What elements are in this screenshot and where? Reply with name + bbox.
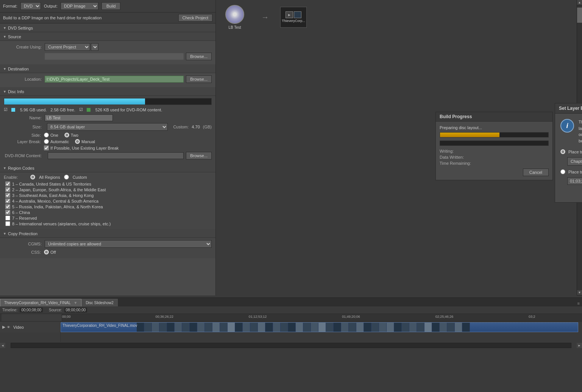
h-scroll-track[interactable] (11, 343, 571, 348)
layer-break-row: Layer Break: Automatic Manual (4, 139, 212, 144)
chapter-option-radio[interactable] (560, 149, 565, 154)
layer-manual-label: Manual (81, 139, 95, 144)
video-track-eye[interactable]: 👁 (7, 325, 10, 329)
source-label: Source: (49, 308, 62, 312)
scroll-right-arrow[interactable]: ► (577, 343, 582, 348)
source-path-input[interactable] (45, 53, 184, 60)
tab1-close[interactable]: ▼ (73, 301, 77, 305)
timecode-input[interactable] (567, 177, 582, 185)
timeline-tab-2[interactable]: Disc Slideshow2 (81, 299, 117, 306)
scroll-down-arrow[interactable]: ▼ (577, 290, 582, 295)
build-progress-bar-2 (440, 141, 549, 146)
side-two-radio[interactable] (64, 133, 69, 137)
disc-info-section: ☑ 5.96 GB used. 2.58 GB free. ☑ 526 KB u… (0, 96, 215, 164)
ruler-mark-0: 00;00 (62, 315, 71, 319)
all-regions-label: All Regions (39, 175, 60, 180)
scroll-thumb[interactable] (577, 8, 582, 23)
build-desc-bar: Build to a DDP Image on the hard drive f… (0, 12, 215, 23)
create-using-dropdown[interactable]: Current Project (45, 43, 90, 51)
output-label: Output: (44, 4, 58, 8)
time-remaining-label: Time Remaining: (440, 161, 471, 166)
build-cancel-button[interactable]: Cancel (523, 169, 549, 176)
build-progress-dialog: Build Progress Preparing disc layout... … (435, 112, 553, 180)
disc-info-section-title: ▼ Disc Info (0, 87, 215, 96)
if-possible-checkbox[interactable] (44, 145, 49, 150)
region-checkbox-7[interactable] (5, 216, 10, 220)
timeline-panel-menu[interactable]: ≡ (575, 300, 582, 306)
region-item-6: 6 – China (5, 210, 212, 215)
timecode-option-radio[interactable] (560, 169, 565, 174)
create-using-sub-dropdown[interactable] (91, 43, 98, 51)
build-progress-fill (440, 133, 499, 137)
check-project-button[interactable]: Check Project (178, 14, 212, 22)
layer-auto-label: Automatic (50, 139, 69, 144)
side-two-label: Two (71, 133, 78, 137)
dialog-info-row: i The project is a dual layer disc and E… (560, 119, 582, 144)
source-browse-button[interactable]: Browse... (186, 53, 212, 60)
thumb-box-1: ▶ (286, 11, 293, 18)
cgms-row: CGMS: Unlimited copies are allowed (4, 240, 212, 248)
chapter-dropdown-row: Chapter 11 (560, 157, 582, 166)
enable-label: Enable: (4, 175, 27, 180)
region-checkbox-8[interactable] (5, 221, 10, 226)
scroll-up-arrow[interactable]: ▲ (577, 0, 582, 5)
dvdrom-browse-button[interactable]: Browse... (186, 152, 212, 159)
disc-name-label: Name: (4, 116, 42, 120)
custom-label: Custom: (173, 125, 189, 129)
video-track-content: ThieveryCorporation_RH_Video_FINAL.mov (61, 322, 582, 333)
cgms-dropdown[interactable]: Unlimited copies are allowed (45, 240, 212, 248)
tab1-label: ThieveryCorporation_RH_Video_FINAL (4, 301, 70, 305)
region-checkbox-1[interactable] (5, 181, 10, 186)
region-checkbox-6[interactable] (5, 210, 10, 215)
region-checkbox-4[interactable] (5, 198, 10, 203)
region-list: 1 – Canada, United States & US Territori… (4, 181, 212, 226)
css-off-label: Off (50, 250, 56, 255)
right-area: LB Test → ▶ ThieveryCorp... Build Progre… (216, 0, 582, 295)
timecode-input-row (560, 177, 582, 185)
source-path-row: Browse... (4, 53, 212, 60)
timeline-controls: Timeline: 00;00;08;00 Source: 08;00;00;0… (0, 306, 582, 314)
location-input[interactable] (45, 76, 184, 83)
data-written-row: Data Written: (440, 155, 549, 159)
tab2-label: Disc Slideshow2 (86, 301, 113, 305)
all-regions-radio[interactable] (30, 175, 35, 180)
disc-dvdrom: 526 KB used for DVD-ROM content. (95, 108, 162, 112)
region-checkbox-3[interactable] (5, 193, 10, 198)
custom-region-radio[interactable] (64, 175, 69, 180)
disc-size-label: Size: (4, 125, 42, 129)
scroll-left-arrow[interactable]: ◄ (0, 343, 5, 348)
disc-name-input[interactable] (45, 114, 113, 121)
source-timecode: 08;00;00;00 (64, 308, 87, 312)
ruler-tick-area: 00;00 00;36;26;22 01;12;53;12 01;49;20;0… (62, 314, 580, 321)
region-checkbox-2[interactable] (5, 187, 10, 192)
disc-usage-bar (4, 98, 212, 105)
settings-scroll-area[interactable]: ▼ Source Create Using: Current Project B… (0, 32, 215, 295)
writing-row: Writing: (440, 149, 549, 153)
layer-auto-radio[interactable] (44, 139, 49, 144)
output-dropdown[interactable]: DDP Image (61, 2, 98, 10)
dvdrom-content-input[interactable] (48, 152, 184, 159)
video-track-toggle[interactable]: ▶ (2, 325, 5, 330)
if-possible-row: If Possible, Use Existing Layer Break (4, 145, 212, 150)
build-button[interactable]: Build (101, 2, 120, 10)
custom-unit: (GB) (203, 125, 212, 129)
side-one-radio[interactable] (44, 133, 49, 137)
ruler-track-header (2, 314, 62, 321)
copy-protection-section: CGMS: Unlimited copies are allowed CSS: … (0, 238, 215, 258)
region-codes-section: Enable: All Regions Custom 1 – Canada, U… (0, 172, 215, 229)
destination-browse-button[interactable]: Browse... (186, 75, 212, 83)
format-dropdown[interactable]: DVD (20, 2, 41, 10)
layer-manual-radio[interactable] (75, 139, 80, 144)
audio-track-header (0, 333, 61, 342)
disc-stats-row: ☑ 5.96 GB used. 2.58 GB free. ☑ 526 KB u… (4, 107, 212, 112)
dvd-settings-triangle: ▼ (3, 26, 6, 30)
css-off-radio[interactable] (44, 250, 49, 255)
timeline-tab-1[interactable]: ThieveryCorporation_RH_Video_FINAL ▼ (0, 299, 81, 306)
chapter-option-row: Place transition at chapter point: (560, 149, 582, 154)
chapter-option-label: Place transition at chapter point: (568, 150, 582, 154)
ruler-mark-1: 00;36;26;22 (155, 315, 173, 319)
chapter-dropdown[interactable]: Chapter 11 (567, 157, 582, 166)
disc-size-dropdown[interactable]: 8.54 GB dual layer (47, 123, 168, 131)
region-checkbox-5[interactable] (5, 204, 10, 209)
if-possible-label: If Possible, Use Existing Layer Break (50, 146, 119, 150)
